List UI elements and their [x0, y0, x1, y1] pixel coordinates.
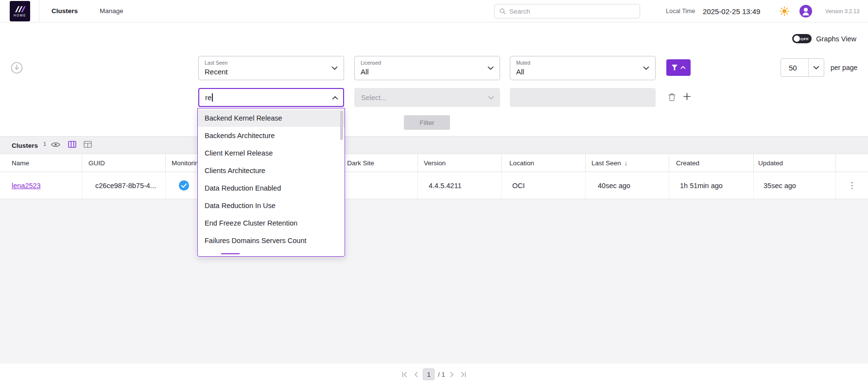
monitored-check-icon — [179, 180, 189, 191]
graphs-view-toggle[interactable]: OFF — [792, 34, 812, 43]
dark-site-cell — [334, 172, 418, 199]
columns-icon[interactable] — [68, 140, 76, 150]
column-header-is-dark-site[interactable]: Is Dark Site — [334, 154, 418, 172]
nav-divider — [39, 0, 39, 22]
footer: 1 / 1 — [0, 364, 868, 385]
clusters-section-bar: Clusters 1 — [0, 136, 868, 154]
created-cell: 1h 51min ago — [669, 172, 754, 199]
trash-icon — [668, 92, 676, 101]
content-background — [0, 199, 868, 364]
last-seen-value: Recent — [205, 68, 228, 76]
per-page-value: 50 — [781, 59, 808, 76]
scrollbar-thumb[interactable] — [340, 111, 343, 140]
toggle-knob — [794, 35, 800, 42]
suggestion-item[interactable]: Data Reduction In Use — [198, 197, 345, 214]
filter-field-combobox[interactable]: re — [198, 88, 344, 107]
logo-home-label: HOME — [14, 14, 26, 17]
suggestion-item[interactable]: Client Kernel Release — [198, 144, 345, 162]
top-bar: HOME Clusters Manage Local Time 2025-02-… — [0, 0, 868, 22]
suggestion-item[interactable]: Clients Architecture — [198, 162, 345, 179]
add-filter-row-button[interactable] — [683, 93, 691, 102]
muted-label: Muted — [516, 60, 530, 66]
column-header-name[interactable]: Name — [0, 154, 82, 172]
graphs-view-control: OFF Graphs View — [792, 34, 856, 43]
muted-select[interactable]: Muted All — [510, 56, 656, 80]
suggestion-item[interactable]: Failures Domains Servers Count — [198, 232, 345, 249]
updated-cell: 35sec ago — [754, 172, 836, 199]
filter-field-suggestions: Backend Kernel Release Backends Architec… — [197, 108, 345, 257]
next-page-icon[interactable] — [449, 370, 455, 379]
licensed-value: All — [361, 68, 369, 76]
last-page-icon[interactable] — [459, 370, 468, 379]
cluster-count-badge: 1 — [43, 141, 46, 147]
per-page-label: per page — [831, 64, 857, 71]
column-header-created[interactable]: Created — [669, 154, 754, 172]
graphs-view-label: Graphs View — [816, 35, 856, 43]
logo-glyph-icon — [14, 5, 26, 13]
sort-descending-icon: ↓ — [625, 159, 628, 167]
filter-extra-input-disabled — [510, 88, 656, 107]
remove-filter-row-button[interactable] — [668, 92, 676, 103]
first-page-icon[interactable] — [400, 370, 409, 379]
row-actions-menu-icon[interactable]: ⋮ — [836, 180, 868, 191]
suggestion-item[interactable]: Backend Kernel Release — [198, 109, 345, 127]
apply-filter-button[interactable]: Filter — [404, 115, 450, 130]
licensed-select[interactable]: Licensed All — [354, 56, 500, 80]
filter-panel-toggle-button[interactable] — [666, 59, 691, 76]
download-icon[interactable] — [11, 62, 23, 76]
last-seen-cell: 40sec ago — [586, 172, 669, 199]
column-header-version[interactable]: Version — [418, 154, 502, 172]
nav-item-manage[interactable]: Manage — [100, 0, 123, 22]
muted-value: All — [516, 68, 524, 76]
chevron-down-icon — [643, 64, 649, 72]
column-header-actions — [836, 154, 868, 172]
value-select-placeholder: Select... — [361, 94, 488, 102]
chevron-down-icon — [488, 93, 494, 102]
chevron-down-icon — [331, 64, 338, 72]
licensed-label: Licensed — [361, 60, 381, 66]
chevron-up-icon[interactable] — [332, 93, 338, 102]
current-page-box[interactable]: 1 — [423, 368, 434, 380]
user-avatar[interactable] — [799, 5, 812, 19]
last-seen-select[interactable]: Last Seen Recent — [198, 56, 344, 80]
table-row[interactable]: lena2523 c26ce987-8b75-4... 4.4.5.4211 O… — [0, 172, 868, 199]
version-cell: 4.4.5.4211 — [418, 172, 502, 199]
global-search[interactable] — [494, 4, 640, 18]
suggestion-item[interactable]: End Freeze Cluster Retention — [198, 214, 345, 232]
suggestion-item[interactable]: Backends Architecture — [198, 127, 345, 144]
previous-page-icon[interactable] — [413, 370, 419, 379]
column-header-updated[interactable]: Updated — [754, 154, 836, 172]
chevron-down-icon — [808, 59, 824, 76]
funnel-icon — [671, 64, 678, 71]
last-seen-header-label: Last Seen — [591, 159, 621, 167]
plus-icon — [683, 93, 691, 100]
search-input[interactable] — [509, 8, 640, 15]
column-header-guid[interactable]: GUID — [82, 154, 166, 172]
column-header-last-seen[interactable]: Last Seen ↓ — [586, 154, 669, 172]
chevron-up-icon — [680, 66, 686, 70]
cluster-guid-cell: c26ce987-8b75-4... — [82, 172, 166, 199]
search-icon — [499, 8, 506, 15]
nav-item-clusters[interactable]: Clusters — [52, 0, 78, 22]
pagination: 1 / 1 — [400, 368, 467, 380]
eye-icon[interactable] — [51, 141, 60, 150]
location-cell: OCI — [502, 172, 586, 199]
text-caret — [212, 93, 213, 102]
local-time-label: Local Time — [666, 8, 695, 15]
home-logo[interactable]: HOME — [10, 1, 30, 21]
total-pages-label: / 1 — [438, 371, 445, 378]
toggle-state-label: OFF — [800, 37, 809, 41]
table-header-row: Name GUID Monitoring Is Dark Site Versio… — [0, 154, 868, 172]
export-table-icon[interactable] — [84, 140, 92, 150]
theme-sun-icon[interactable] — [780, 6, 789, 18]
cluster-name-link[interactable]: lena2523 — [12, 182, 41, 190]
filter-value-select-disabled: Select... — [354, 88, 500, 107]
version-label: Version 3.2.13 — [825, 8, 859, 14]
last-seen-label: Last Seen — [205, 60, 227, 66]
per-page-select[interactable]: 50 — [781, 58, 824, 77]
combobox-query: re — [205, 93, 211, 102]
suggestion-item[interactable]: Data Reduction Enabled — [198, 179, 345, 197]
chevron-down-icon — [487, 64, 494, 72]
column-header-location[interactable]: Location — [502, 154, 586, 172]
section-title: Clusters — [12, 141, 38, 149]
